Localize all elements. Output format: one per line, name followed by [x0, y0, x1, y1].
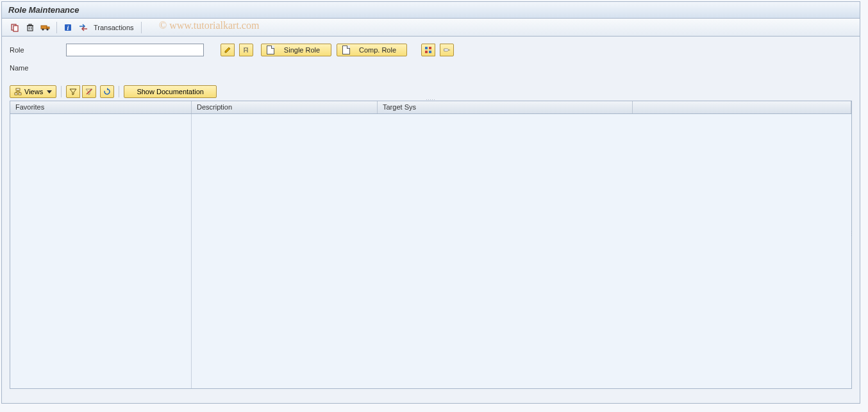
single-role-button[interactable]: Single Role	[261, 44, 331, 56]
svg-point-10	[46, 28, 48, 30]
transactions-label[interactable]: Transactions	[94, 24, 134, 31]
svg-rect-13	[425, 47, 428, 49]
svg-rect-2	[28, 26, 33, 31]
svg-rect-7	[41, 26, 47, 29]
transport-icon[interactable]	[39, 21, 52, 34]
edit-button[interactable]	[221, 44, 235, 56]
role-input[interactable]	[66, 44, 204, 56]
show-documentation-button[interactable]: Show Documentation	[124, 85, 217, 98]
svg-rect-1	[13, 26, 18, 31]
tree-icon	[14, 88, 22, 95]
separator	[119, 86, 119, 97]
chevron-down-icon	[47, 90, 52, 94]
column-favorites[interactable]: Favorites	[10, 101, 192, 113]
separator	[56, 22, 57, 33]
page-title: Role Maintenance	[8, 5, 79, 15]
selection-area: Role Single Role Comp. Role	[2, 37, 860, 83]
name-row: Name	[10, 61, 852, 75]
delete-icon[interactable]	[24, 21, 37, 34]
column-target-sys[interactable]: Target Sys	[378, 101, 633, 113]
svg-point-9	[42, 28, 44, 30]
single-role-label: Single Role	[278, 46, 326, 54]
svg-rect-15	[425, 51, 428, 53]
filter-delete-button[interactable]	[82, 85, 96, 98]
horizontal-grip-icon[interactable]: ∙∙∙∙∙	[426, 97, 436, 102]
views-label: Views	[24, 88, 43, 95]
svg-rect-16	[429, 51, 431, 53]
transactions-icon[interactable]	[77, 21, 90, 34]
vertical-grip-icon[interactable]: ∙∙∙	[849, 231, 855, 237]
svg-rect-18	[15, 93, 17, 95]
separator	[61, 86, 62, 97]
display-button[interactable]	[239, 44, 253, 56]
separator	[141, 22, 142, 33]
comp-role-label: Comp. Role	[354, 46, 401, 54]
views-dropdown-button[interactable]: Views	[10, 85, 56, 98]
role-row: Role Single Role Comp. Role	[10, 43, 852, 57]
title-bar: Role Maintenance	[2, 2, 860, 19]
name-label: Name	[10, 64, 61, 72]
svg-rect-19	[19, 93, 21, 95]
svg-line-20	[87, 89, 92, 94]
copy-icon[interactable]	[8, 21, 21, 34]
table-body	[10, 114, 851, 388]
main-window: Role Maintenance i Transactions © www.tu…	[1, 1, 860, 404]
svg-rect-4	[29, 24, 31, 26]
application-toolbar: i Transactions © www.tutorialkart.com	[2, 19, 860, 37]
display-object-button[interactable]	[421, 44, 435, 56]
show-documentation-label: Show Documentation	[137, 88, 204, 95]
result-table: ∙∙∙∙∙ Favorites Description Target Sys ∙…	[10, 101, 852, 389]
svg-text:i: i	[67, 24, 69, 31]
check-button[interactable]	[440, 44, 454, 56]
document-icon	[342, 45, 350, 54]
table-header: Favorites Description Target Sys	[10, 101, 851, 114]
document-icon	[267, 45, 274, 54]
comp-role-button[interactable]: Comp. Role	[337, 44, 407, 56]
svg-rect-14	[429, 47, 431, 49]
watermark-text: © www.tutorialkart.com	[159, 20, 259, 31]
role-label: Role	[10, 46, 61, 54]
svg-rect-17	[16, 88, 20, 90]
filter-button[interactable]	[66, 85, 80, 98]
favorites-column-body	[10, 114, 192, 388]
info-icon[interactable]: i	[62, 21, 74, 34]
column-spacer	[633, 101, 851, 113]
column-description[interactable]: Description	[192, 101, 378, 113]
refresh-button[interactable]	[100, 85, 114, 98]
